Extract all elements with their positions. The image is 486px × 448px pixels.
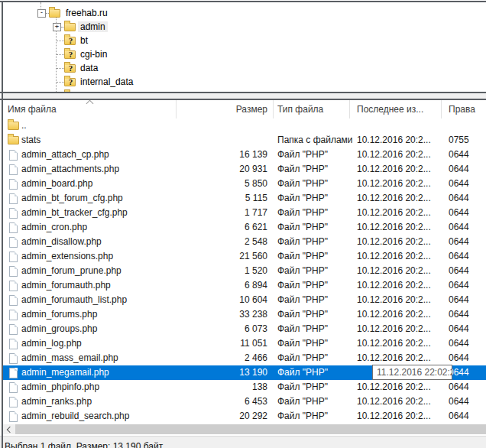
remote-directory-tree[interactable]: -freehab.ru+admin?bt?cgi-bin?data?intern… [3,2,486,92]
type-cell [277,118,354,133]
file-row[interactable]: admin_attach_cp.php16 139Файл "PHP"10.12… [3,148,486,162]
file-row[interactable]: admin_bt_forum_cfg.php5 115Файл "PHP"10.… [3,191,486,206]
rights-cell: 0644 [449,409,485,424]
name-cell: admin_ranks.php [21,394,174,409]
file-row[interactable]: admin_ranks.php6 453Файл "PHP"10.12.2016… [3,394,486,409]
name-cell: admin_rebuild_search.php [21,409,174,424]
tree-node-label[interactable]: freehab.ru [63,8,110,18]
mod-cell: 10.12.2016 20:2... [357,264,441,278]
tree-connector-stub [57,68,64,69]
file-row[interactable]: admin_rebuild_search.php20 292Файл "PHP"… [3,409,486,424]
size-cell: 6 894 [176,278,267,293]
file-row[interactable]: admin_attachments.php20 931Файл "PHP"10.… [3,162,486,177]
file-row[interactable]: admin_board.php5 850Файл "PHP"10.12.2016… [3,177,486,191]
type-cell: Файл "PHP" [277,278,354,293]
tree-node-bt[interactable]: ?bt [3,34,486,47]
tree-connector-stub [57,82,64,83]
collapse-expander-icon[interactable]: - [37,9,46,18]
status-bar: Выбран 1 файл. Размер: 13 190 байт [0,436,486,448]
type-cell: Файл "PHP" [277,191,354,206]
question-mark-glyph: ? [65,63,76,73]
tree-node-label[interactable]: admin [78,21,108,32]
tree-connector-stub [57,41,64,41]
file-row[interactable]: admin_forum_prune.php1 520Файл "PHP"10.1… [3,264,486,278]
name-cell: admin_log.php [21,336,174,351]
file-row[interactable]: admin_mass_email.php2 466Файл "PHP"10.12… [3,351,486,365]
rights-cell: 0644 [449,264,485,278]
size-cell: 5 850 [176,177,267,191]
unknown-folder-icon: ? [64,78,76,86]
file-row[interactable]: admin_bt_tracker_cfg.php1 717Файл "PHP"1… [3,206,486,220]
tree-node-freehab-ru[interactable]: -freehab.ru [3,6,486,20]
column-header-size[interactable]: Размер [176,104,267,115]
file-row[interactable]: admin_extensions.php21 560Файл "PHP"10.1… [3,249,486,264]
mod-cell: 10.12.2016 20:2... [357,177,441,191]
file-row[interactable]: admin_disallow.php2 548Файл "PHP"10.12.2… [3,235,486,249]
file-icon [9,164,18,175]
file-icon [9,222,18,233]
ftp-client-window: -freehab.ru+admin?bt?cgi-bin?data?intern… [0,0,486,448]
file-row[interactable]: admin_cron.php6 621Файл "PHP"10.12.2016 … [3,220,486,235]
name-cell: admin_disallow.php [21,235,174,249]
tree-node-label[interactable]: bt [78,35,90,46]
file-icon [9,411,18,422]
rights-cell: 0644 [449,307,485,322]
parent-directory-row[interactable]: .. [3,118,486,133]
tree-node-label[interactable]: data [78,63,100,73]
type-cell: Файл "PHP" [277,293,354,307]
file-row[interactable]: admin_forums.php33 238Файл "PHP"10.12.20… [3,307,486,322]
column-header-mod[interactable]: Последнее из... [357,104,438,115]
unknown-folder-icon: ? [64,64,76,73]
column-header-type[interactable]: Тип файла [277,104,346,115]
file-row[interactable]: admin_forumauth.php6 894Файл "PHP"10.12.… [3,278,486,293]
column-divider[interactable] [349,100,350,118]
folder-icon [64,23,76,31]
size-cell: 1 520 [176,264,267,278]
rights-cell: 0644 [449,249,485,264]
file-row[interactable]: admin_phpinfo.php138Файл "PHP"10.12.2016… [3,380,486,394]
name-cell: admin_attachments.php [21,162,174,177]
column-divider[interactable] [441,100,442,118]
size-cell: 13 190 [176,365,267,380]
tree-node-label[interactable]: internal_data [78,76,135,87]
file-row[interactable]: statsПапка с файлами10.12.2016 20:2...07… [3,133,486,148]
column-header-name[interactable]: Имя файла [8,104,173,115]
rights-cell: 0644 [449,322,485,336]
name-cell: admin_attach_cp.php [21,148,174,162]
tree-node-admin[interactable]: +admin [3,20,486,34]
scrollbar-thumb[interactable] [15,424,486,434]
expand-expander-icon[interactable]: + [53,23,61,31]
name-cell: admin_mass_email.php [21,351,174,365]
file-row[interactable]: admin_log.php11 051Файл "PHP"10.12.2016 … [3,336,486,351]
name-cell: stats [21,133,174,148]
file-row[interactable]: admin_forumauth_list.php10 604Файл "PHP"… [3,293,486,307]
scrollbar-bottom-line [0,434,486,435]
size-cell [176,118,267,133]
panel-splitter[interactable] [3,93,486,99]
file-icon [9,324,18,335]
file-icon [9,150,18,161]
name-cell: admin_forums.php [21,307,174,322]
scroll-left-button[interactable] [3,424,15,434]
size-cell: 138 [176,380,267,394]
mod-cell: 10.12.2016 20:2... [357,148,441,162]
selection-status-text: Выбран 1 файл. Размер: 13 190 байт [5,441,163,448]
type-cell: Файл "PHP" [277,380,354,394]
tree-node-internal-data[interactable]: ?internal_data [3,75,486,89]
tree-node-cgi-bin[interactable]: ?cgi-bin [3,47,486,61]
rights-cell [449,118,485,133]
column-divider[interactable] [273,100,274,118]
size-cell: 5 115 [176,191,267,206]
tree-node-label[interactable]: cgi-bin [78,49,109,60]
name-cell: admin_bt_tracker_cfg.php [21,206,174,220]
horizontal-scrollbar[interactable] [3,424,486,434]
file-icon [9,208,18,219]
rights-cell: 0644 [449,148,485,162]
name-cell: admin_cron.php [21,220,174,235]
type-cell: Файл "PHP" [277,220,354,235]
type-cell: Файл "PHP" [277,148,354,162]
mod-cell [357,118,441,133]
column-header-rights[interactable]: Права [449,104,484,115]
file-row[interactable]: admin_groups.php6 073Файл "PHP"10.12.201… [3,322,486,336]
tree-node-data[interactable]: ?data [3,61,486,75]
